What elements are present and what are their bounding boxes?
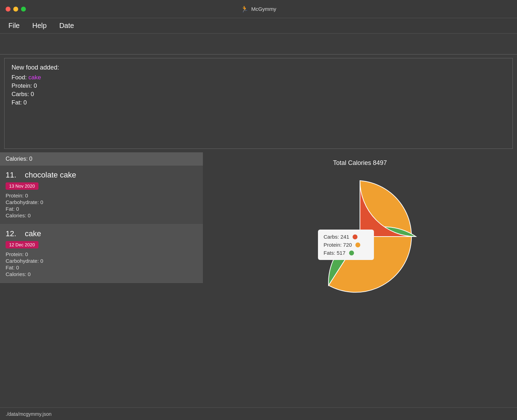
carbs-label: Carbs:: [12, 91, 29, 97]
status-text: ./data/mcgymmy.json: [6, 411, 51, 417]
fats-dot: [349, 251, 354, 255]
calories-label: Calories: 0: [6, 156, 32, 162]
chart-area: Total Calories 8497: [203, 152, 517, 407]
info-fat-row: Fat: 0: [12, 99, 505, 106]
food-carbohydrate: Carbohydrate: 0: [6, 199, 197, 205]
legend-carbs: Carbs: 241: [324, 234, 368, 240]
food-date-badge: 13 Nov 2020: [6, 182, 38, 190]
legend-protein: Protein: 720: [324, 242, 368, 248]
protein-label: Protein:: [12, 82, 32, 89]
app-icon: 🏃: [241, 5, 248, 13]
info-food-row: Food: cake: [12, 74, 505, 81]
legend-fats-label: Fats: 517: [324, 250, 346, 256]
list-item: 12. cake 12 Dec 2020 Protein: 0 Carbohyd…: [0, 224, 203, 283]
food-date-badge: 12 Dec 2020: [6, 241, 38, 248]
food-item-name: 12. cake: [6, 229, 197, 238]
chart-legend: Carbs: 241 Protein: 720 Fats: 517: [318, 230, 374, 260]
food-calories: Calories: 0: [6, 271, 197, 277]
food-calories: Calories: 0: [6, 212, 197, 218]
menu-file[interactable]: File: [6, 20, 22, 31]
food-value: cake: [28, 74, 41, 81]
item-name: chocolate cake: [25, 171, 76, 179]
food-fat: Fat: 0: [6, 265, 197, 270]
food-label: Food:: [12, 74, 27, 81]
info-panel: New food added: Food: cake Protein: 0 Ca…: [4, 58, 513, 149]
menu-bar: File Help Date: [0, 18, 517, 34]
bottom-section: Calories: 0 11. chocolate cake 13 Nov 20…: [0, 152, 517, 407]
close-button[interactable]: [6, 7, 10, 12]
app-title: 🏃 McGymmy: [241, 5, 276, 13]
status-bar: ./data/mcgymmy.json: [0, 407, 517, 420]
food-carbohydrate: Carbohydrate: 0: [6, 258, 197, 264]
legend-carbs-label: Carbs: 241: [324, 234, 349, 240]
food-item-name: 11. chocolate cake: [6, 171, 197, 180]
food-protein: Protein: 0: [6, 193, 197, 198]
fat-label: Fat:: [12, 99, 22, 106]
food-items-container[interactable]: 11. chocolate cake 13 Nov 2020 Protein: …: [0, 166, 203, 407]
chart-container: Carbs: 241 Protein: 720 Fats: 517: [297, 174, 423, 299]
food-fat: Fat: 0: [6, 206, 197, 212]
window-controls: [6, 7, 26, 12]
legend-protein-label: Protein: 720: [324, 242, 352, 248]
info-protein-row: Protein: 0: [12, 82, 505, 89]
title-bar: 🏃 McGymmy: [0, 0, 517, 18]
menu-help[interactable]: Help: [29, 20, 49, 31]
fat-value: 0: [23, 99, 27, 106]
maximize-button[interactable]: [21, 7, 26, 12]
minimize-button[interactable]: [13, 7, 18, 12]
info-carbs-row: Carbs: 0: [12, 91, 505, 98]
protein-value: 0: [34, 82, 37, 89]
list-item: 11. chocolate cake 13 Nov 2020 Protein: …: [0, 166, 203, 224]
chart-title: Total Calories 8497: [333, 159, 387, 167]
item-name: cake: [25, 229, 41, 238]
title-text: McGymmy: [251, 6, 276, 12]
info-title: New food added:: [12, 64, 505, 71]
item-number: 11.: [6, 171, 16, 179]
menu-date[interactable]: Date: [56, 20, 77, 31]
carbs-dot: [353, 234, 357, 239]
item-number: 12.: [6, 229, 16, 238]
protein-dot: [355, 242, 360, 247]
food-list: Calories: 0 11. chocolate cake 13 Nov 20…: [0, 152, 203, 407]
calories-bar: Calories: 0: [0, 152, 203, 166]
food-protein: Protein: 0: [6, 251, 197, 257]
toolbar-area: [0, 34, 517, 55]
legend-fats: Fats: 517: [324, 250, 368, 256]
carbs-value: 0: [31, 91, 34, 97]
